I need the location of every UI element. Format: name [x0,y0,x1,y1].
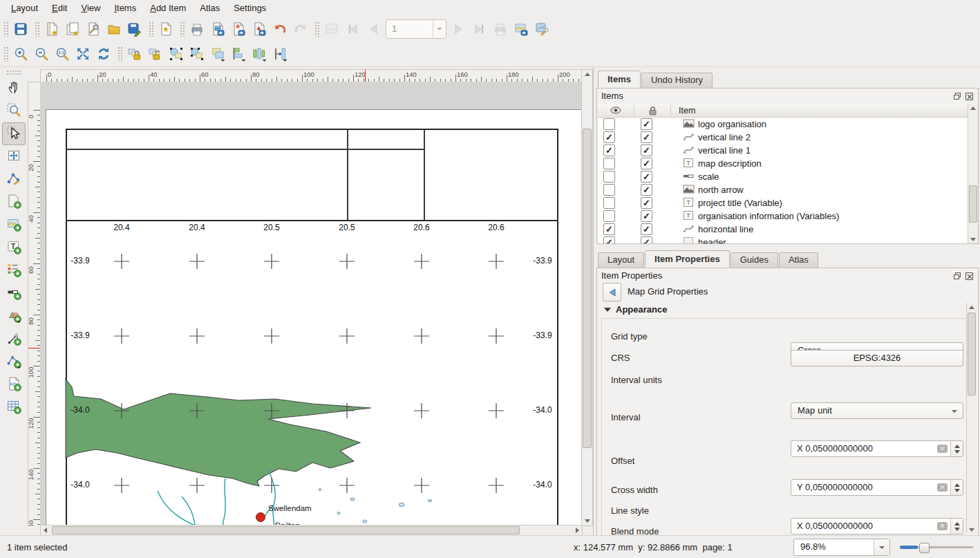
export-as-pdf-button[interactable] [249,19,269,39]
menu-settings[interactable]: Settings [227,1,273,16]
add-html-tool-button[interactable]: </> [2,373,26,396]
chevron-down-icon[interactable] [874,539,889,555]
tab-layout[interactable]: Layout [598,252,644,268]
tab-undo-history[interactable]: Undo History [641,73,713,88]
item-column-header[interactable]: Item [671,104,968,117]
menu-edit[interactable]: Edit [45,1,74,16]
scroll-left-icon[interactable] [41,526,50,535]
layout-viewport[interactable]: 20.420.420.520.520.620.6-33.9-33.9-34.0-… [40,82,583,526]
map-frame-top[interactable] [66,220,558,221]
select-move-item-tool-button[interactable] [2,122,26,145]
add-legend-tool-button[interactable] [2,259,26,282]
lock-checkbox[interactable]: ✓ [641,145,652,156]
item-row[interactable]: ✓Tproject title (Variable) [598,196,968,210]
edit-nodes-item-tool-button[interactable] [2,168,26,191]
toolbar-drag-handle[interactable] [35,21,39,37]
header-frame-top[interactable] [66,129,558,130]
back-button[interactable] [603,283,621,301]
props-scroll-down-icon[interactable] [967,526,977,534]
visibility-checkbox[interactable] [603,184,615,196]
item-row[interactable]: ✓logo organisation [598,118,968,131]
resize-items-button[interactable] [270,44,290,64]
add-label-tool-button[interactable]: T [2,236,26,259]
layout-page[interactable] [46,109,583,526]
interval-x-field[interactable]: X 0,050000000000 ✕ [791,440,963,457]
toolbar-drag-handle[interactable] [6,70,21,75]
ungroup-items-button[interactable] [187,44,207,64]
align-selected-items-button[interactable] [229,44,248,64]
add-items-from-template-button[interactable]: ★ [156,19,176,39]
export-as-svg-button[interactable]: * [229,19,248,39]
toolbar-drag-handle[interactable] [149,21,153,37]
items-scroll-up-icon[interactable] [968,104,978,112]
visibility-checkbox[interactable] [603,197,615,209]
export-as-image-button[interactable] [208,19,227,39]
add-picture-tool-button[interactable] [2,214,26,236]
lock-checkbox[interactable]: ✓ [641,118,652,130]
previous-feature-button[interactable] [364,19,383,39]
tab-guides[interactable]: Guides [731,252,778,268]
hscroll-thumb[interactable] [52,526,520,534]
items-scrollbar[interactable] [968,104,978,243]
properties-scrollbar[interactable] [966,303,977,534]
lock-checkbox[interactable]: ✓ [641,184,652,196]
close-panel-icon[interactable] [964,271,974,281]
map-frame-left[interactable] [66,220,67,526]
clear-field-icon[interactable]: ✕ [937,522,948,530]
clear-field-icon[interactable]: ✕ [937,483,948,492]
load-template-button[interactable] [104,19,124,39]
props-scroll-up-icon[interactable] [967,303,977,311]
print-atlas-button[interactable] [491,19,510,39]
last-feature-button[interactable] [470,19,489,39]
vertical-line-2-item[interactable] [424,129,425,220]
layout-manager-button[interactable] [84,19,103,39]
toolbar-drag-handle[interactable] [3,46,8,62]
zoom-in-button[interactable] [11,44,30,64]
first-feature-button[interactable] [343,19,362,39]
add-attribute-table-tool-button[interactable] [2,396,26,419]
add-arrow-tool-button[interactable] [2,328,26,351]
move-item-content-tool-button[interactable] [2,145,26,168]
save-as-template-button[interactable] [125,19,144,39]
distribute-items-button[interactable] [249,44,269,64]
redo-button[interactable] [291,19,310,39]
scroll-down-icon[interactable] [582,517,592,526]
visibility-checkbox[interactable]: ✓ [603,223,615,235]
item-row[interactable]: ✓✓header [598,236,968,244]
add-node-item-tool-button[interactable] [2,351,26,373]
visibility-checkbox[interactable]: ✓ [603,145,615,156]
zoom-full-button[interactable] [73,44,93,64]
lock-column-header[interactable] [634,104,671,117]
props-scroll-thumb[interactable] [968,313,976,396]
atlas-page-spinbox[interactable]: 1 [386,19,446,39]
spinner-icon[interactable] [950,480,963,495]
zoom-slider-handle[interactable] [919,543,930,553]
horizontal-scrollbar[interactable] [40,525,583,536]
vertical-line-1-item[interactable] [347,129,348,220]
toolbar-drag-handle[interactable] [314,21,319,37]
item-row[interactable]: ✓Tmap description [598,157,968,170]
zoom-level-combobox[interactable]: 96.8% [793,539,890,556]
item-row[interactable]: ✓✓vertical line 2 [598,131,968,144]
item-row[interactable]: ✓scale [598,170,968,183]
raise-selected-items-button[interactable] [208,44,227,64]
crs-button[interactable]: EPSG:4326 [791,350,963,366]
lock-checkbox[interactable]: ✓ [641,210,652,222]
horizontal-line-item[interactable] [66,149,424,150]
visibility-checkbox[interactable] [603,171,615,183]
menu-items[interactable]: Items [107,1,143,16]
map-frame-right[interactable] [557,220,558,526]
menu-view[interactable]: View [74,1,107,16]
appearance-section-header[interactable]: Appearance [604,304,667,315]
group-items-button[interactable] [167,44,186,64]
toolbar-drag-handle[interactable] [3,21,8,37]
lock-checkbox[interactable]: ✓ [641,158,652,169]
export-atlas-button[interactable] [511,19,531,39]
save-project-button[interactable] [11,19,30,39]
lock-checkbox[interactable]: ✓ [641,236,652,244]
spinner-icon[interactable] [950,441,963,456]
duplicate-layout-button[interactable]: ★ [63,19,82,39]
offset-x-field[interactable]: X 0,050000000000 ✕ [791,518,963,534]
add-pages-tool-button[interactable] [2,191,26,214]
items-scroll-down-icon[interactable] [968,235,978,243]
